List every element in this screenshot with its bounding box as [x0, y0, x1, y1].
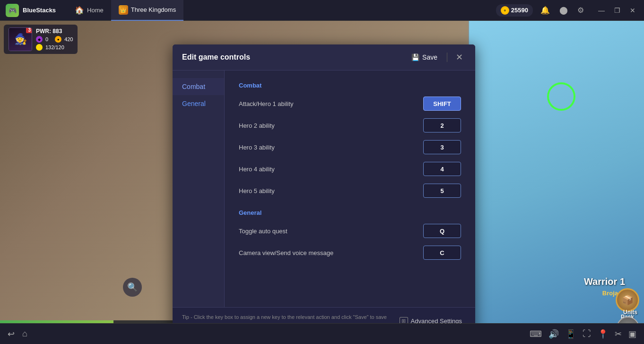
header-divider — [447, 53, 447, 62]
autoquest-label: Toggle auto quest — [239, 228, 287, 235]
hero2-key[interactable]: 2 — [423, 118, 461, 132]
settings-icon[interactable]: ⚙ — [575, 4, 586, 17]
dialog-content: Combat Attack/Hero 1 ability SHIFT Hero … — [225, 71, 475, 307]
coin-amount: 25590 — [511, 7, 528, 14]
keyboard-icon[interactable]: ⌨ — [530, 329, 542, 339]
home-tab-label: Home — [87, 7, 104, 14]
game-tab[interactable]: 👑 Three Kingdoms — [111, 0, 183, 21]
hero3-key[interactable]: 3 — [423, 140, 461, 154]
window-controls: — ❐ ✕ — [595, 6, 638, 15]
control-row-hero4: Hero 4 ability 4 — [239, 162, 461, 176]
hero4-key[interactable]: 4 — [423, 162, 461, 176]
dialog-header: Edit game controls 💾 Save ✕ — [173, 44, 475, 71]
hero5-key[interactable]: 5 — [423, 184, 461, 198]
dialog-header-right: 💾 Save ✕ — [408, 51, 466, 63]
dialog-overlay: Edit game controls 💾 Save ✕ Combat Gener… — [0, 21, 644, 344]
camera-label: Camera view/Send voice message — [239, 249, 333, 256]
control-row-hero2: Hero 2 ability 2 — [239, 118, 461, 132]
sidebar-general-label: General — [182, 100, 206, 107]
titlebar-left: 🎮 BlueStacks — [0, 4, 67, 17]
hero2-label: Hero 2 ability — [239, 122, 275, 129]
attack-hero1-key[interactable]: SHIFT — [423, 97, 461, 111]
control-row-hero3: Hero 3 ability 3 — [239, 140, 461, 154]
location-icon[interactable]: 📍 — [598, 329, 608, 339]
coin-icon: ● — [501, 6, 509, 15]
back-icon[interactable]: ↩ — [8, 329, 15, 339]
home-icon: 🏠 — [75, 6, 84, 15]
home-tab[interactable]: 🏠 Home — [67, 0, 111, 21]
notification-icon[interactable]: 🔔 — [539, 4, 552, 17]
screen-icon[interactable]: 📱 — [566, 329, 576, 339]
titlebar-right: ● 25590 🔔 ⬤ ⚙ — ❐ ✕ — [490, 4, 644, 17]
control-row-hero5: Hero 5 ability 5 — [239, 184, 461, 198]
attack-hero1-label: Attack/Hero 1 ability — [239, 100, 294, 107]
save-disk-icon: 💾 — [411, 53, 419, 61]
sidebar-item-general[interactable]: General — [173, 95, 224, 112]
dialog-close-button[interactable]: ✕ — [453, 51, 466, 63]
home-taskbar-icon[interactable]: ⌂ — [22, 329, 27, 339]
combat-section-title: Combat — [239, 82, 461, 89]
general-section-title: General — [239, 209, 461, 216]
record-icon[interactable]: ⬤ — [557, 4, 570, 17]
autoquest-key[interactable]: Q — [423, 224, 461, 238]
control-row-autoquest: Toggle auto quest Q — [239, 224, 461, 238]
dialog-title: Edit game controls — [182, 53, 250, 62]
hero4-label: Hero 4 ability — [239, 166, 275, 173]
restore-button[interactable]: ❐ — [611, 6, 623, 15]
fullscreen-icon[interactable]: ⛶ — [583, 329, 591, 339]
minimize-button[interactable]: — — [595, 6, 608, 15]
more-icon[interactable]: ▣ — [628, 329, 636, 339]
sidebar-combat-label: Combat — [182, 83, 205, 90]
bluestacks-logo: 🎮 — [6, 4, 19, 17]
coin-display: ● 25590 — [496, 4, 533, 17]
hero5-label: Hero 5 ability — [239, 187, 275, 194]
save-label: Save — [422, 53, 437, 61]
dialog-sidebar: Combat General — [173, 71, 225, 307]
controls-dialog: Edit game controls 💾 Save ✕ Combat Gener… — [173, 44, 475, 335]
game-tab-icon: 👑 — [119, 5, 128, 15]
sidebar-item-combat[interactable]: Combat — [173, 78, 224, 95]
close-button[interactable]: ✕ — [627, 6, 638, 15]
volume-icon[interactable]: 🔊 — [548, 329, 559, 339]
taskbar: ↩ ⌂ ⌨ 🔊 📱 ⛶ 📍 ✂ ▣ — [0, 323, 644, 344]
save-button[interactable]: 💾 Save — [408, 52, 441, 63]
hero3-label: Hero 3 ability — [239, 144, 275, 151]
taskbar-left: ↩ ⌂ — [8, 329, 27, 339]
bluestacks-label: BlueStacks — [23, 7, 56, 14]
titlebar: 🎮 BlueStacks 🏠 Home 👑 Three Kingdoms ● 2… — [0, 0, 644, 21]
control-row-attack: Attack/Hero 1 ability SHIFT — [239, 97, 461, 111]
game-tab-label: Three Kingdoms — [131, 6, 176, 13]
camera-key[interactable]: C — [423, 246, 461, 260]
control-row-camera: Camera view/Send voice message C — [239, 246, 461, 260]
dialog-body: Combat General Combat Attack/Hero 1 abil… — [173, 71, 475, 307]
taskbar-right: ⌨ 🔊 📱 ⛶ 📍 ✂ ▣ — [530, 329, 636, 339]
tools-icon[interactable]: ✂ — [615, 329, 622, 339]
